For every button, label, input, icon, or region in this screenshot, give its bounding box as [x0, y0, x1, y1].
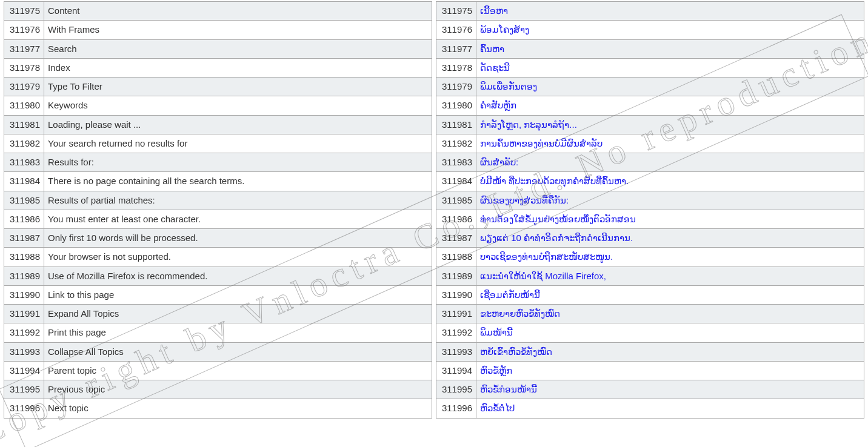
- table-row: 311981ກຳລັງໂຫຼດ, ກະລຸນາລໍຖ້າ...: [436, 115, 864, 134]
- row-id: 311988: [436, 248, 476, 267]
- row-id: 311988: [4, 248, 44, 267]
- translation-link[interactable]: ກຳລັງໂຫຼດ, ກະລຸນາລໍຖ້າ...: [480, 119, 577, 130]
- source-text: Results for:: [44, 153, 432, 172]
- translation-link[interactable]: ຄຳສັບຫຼັກ: [480, 100, 516, 110]
- source-text: Index: [44, 58, 432, 77]
- row-id: 311991: [4, 305, 44, 323]
- translation-link[interactable]: ຫົວຂໍ້ກ່ອນໜ້ານີ້: [480, 384, 537, 394]
- row-id: 311990: [436, 285, 476, 304]
- table-row: 311976ພ້ອມໂຄງສ້າງ: [436, 21, 864, 39]
- source-text: Search: [44, 39, 432, 58]
- table-row: 311986You must enter at least one charac…: [4, 210, 432, 228]
- row-id: 311984: [4, 172, 44, 191]
- table-row: 311990Link to this page: [4, 285, 432, 304]
- table-row: 311983Results for:: [4, 153, 432, 172]
- translation-link[interactable]: ບໍ່ມີໜ້າ ທີ່ປະກອບດ້ວຍທຸກຄຳສັບທີ່ຄົ້ນຫາ.: [480, 176, 629, 186]
- table-row: 311977ຄົ້ນຫາ: [436, 39, 864, 58]
- translation-cell: ດັດຊະນີ: [476, 58, 864, 77]
- table-row: 311996ຫົວຂໍ້ຕໍ່ໄປ: [436, 399, 864, 418]
- row-id: 311991: [436, 305, 476, 323]
- row-id: 311982: [436, 134, 476, 153]
- source-text: You must enter at least one character.: [44, 210, 432, 228]
- source-text: Your browser is not supported.: [44, 248, 432, 267]
- table-row: 311996Next topic: [4, 399, 432, 418]
- row-id: 311981: [436, 115, 476, 134]
- right-table: 311975ເນື້ອຫາ311976ພ້ອມໂຄງສ້າງ311977ຄົ້ນ…: [436, 1, 864, 419]
- table-row: 311986ທ່ານຕ້ອງໃສ່ຂໍ້ມູນຢ່າງໜ້ອຍໜຶ່ງຕົວອັ…: [436, 210, 864, 228]
- translation-link[interactable]: ຜົນຂອງບາງສ່ວນທີ່ຄືກັນ:: [480, 195, 569, 205]
- source-text: Next topic: [44, 399, 432, 418]
- row-id: 311994: [436, 361, 476, 380]
- translation-cell: ກຳລັງໂຫຼດ, ກະລຸນາລໍຖ້າ...: [476, 115, 864, 134]
- source-text: Expand All Topics: [44, 305, 432, 323]
- translation-link[interactable]: ການຄົ້ນຫາຂອງທ່ານບໍ່ມີຜົນສຳລັບ: [480, 138, 603, 148]
- source-text: Print this page: [44, 323, 432, 342]
- translation-link[interactable]: ເຊື່ອມຕໍ່ກັບໜ້ານີ້: [480, 290, 540, 300]
- row-id: 311987: [436, 229, 476, 248]
- translation-link[interactable]: ດັດຊະນີ: [480, 62, 510, 73]
- row-id: 311995: [436, 380, 476, 399]
- translation-cell: ພຽງແຕ່ 10 ຄຳທຳອິດກໍ່ຈະຖືກດຳເນີນການ.: [476, 229, 864, 248]
- translation-link[interactable]: ພິມໜ້ານີ້: [480, 327, 513, 337]
- source-text: Parent topic: [44, 361, 432, 380]
- table-row: 311991ຂະຫຍາຍຫົວຂໍ້ທັງໝົດ: [436, 305, 864, 323]
- table-row: 311978ດັດຊະນີ: [436, 58, 864, 77]
- row-id: 311976: [4, 21, 44, 39]
- table-row: 311984ບໍ່ມີໜ້າ ທີ່ປະກອບດ້ວຍທຸກຄຳສັບທີ່ຄົ…: [436, 172, 864, 191]
- translation-cell: ພິມເພື່ອກັ່ນຕອງ: [476, 78, 864, 96]
- table-row: 311983ຜົນສຳລັບ:: [436, 153, 864, 172]
- row-id: 311983: [4, 153, 44, 172]
- table-row: 311992ພິມໜ້ານີ້: [436, 323, 864, 342]
- translation-link[interactable]: ຂະຫຍາຍຫົວຂໍ້ທັງໝົດ: [480, 308, 560, 319]
- row-id: 311986: [4, 210, 44, 228]
- table-row: 311988Your browser is not supported.: [4, 248, 432, 267]
- source-text: Keywords: [44, 96, 432, 115]
- source-text: Results of partial matches:: [44, 191, 432, 210]
- table-row: 311975ເນື້ອຫາ: [436, 2, 864, 21]
- table-row: 311982ການຄົ້ນຫາຂອງທ່ານບໍ່ມີຜົນສຳລັບ: [436, 134, 864, 153]
- table-row: 311979ພິມເພື່ອກັ່ນຕອງ: [436, 78, 864, 96]
- table-row: 311989ແນະນຳໃຫ້ນຳໃຊ້ Mozilla Firefox,: [436, 267, 864, 285]
- translation-link[interactable]: ພຽງແຕ່ 10 ຄຳທຳອິດກໍ່ຈະຖືກດຳເນີນການ.: [480, 233, 633, 243]
- translation-cell: ຫົວຂໍ້ກ່ອນໜ້ານີ້: [476, 380, 864, 399]
- translation-link[interactable]: ຜົນສຳລັບ:: [480, 157, 518, 167]
- translation-link[interactable]: ເນື້ອຫາ: [480, 5, 508, 16]
- translation-link[interactable]: ບາວເຊີຂອງທ່ານບໍ່ຖືກສະໜັບສະໜູນ.: [480, 251, 613, 262]
- table-row: 311987ພຽງແຕ່ 10 ຄຳທຳອິດກໍ່ຈະຖືກດຳເນີນການ…: [436, 229, 864, 248]
- right-table-container: 311975ເນື້ອຫາ311976ພ້ອມໂຄງສ້າງ311977ຄົ້ນ…: [436, 1, 864, 419]
- translation-cell: ຜົນສຳລັບ:: [476, 153, 864, 172]
- row-id: 311978: [436, 58, 476, 77]
- translation-cell: ພ້ອມໂຄງສ້າງ: [476, 21, 864, 39]
- translation-link[interactable]: ທ່ານຕ້ອງໃສ່ຂໍ້ມູນຢ່າງໜ້ອຍໜຶ່ງຕົວອັກສອນ: [480, 214, 636, 224]
- table-row: 311980Keywords: [4, 96, 432, 115]
- translation-cell: ພິມໜ້ານີ້: [476, 323, 864, 342]
- row-id: 311975: [436, 2, 476, 21]
- source-text: Collapse All Topics: [44, 342, 432, 361]
- translation-cell: ຂະຫຍາຍຫົວຂໍ້ທັງໝົດ: [476, 305, 864, 323]
- translation-link[interactable]: ຫົວຂໍ້ຕໍ່ໄປ: [480, 403, 515, 413]
- source-text: There is no page containing all the sear…: [44, 172, 432, 191]
- table-row: 311975Content: [4, 2, 432, 21]
- row-id: 311977: [4, 39, 44, 58]
- row-id: 311996: [436, 399, 476, 418]
- translation-link[interactable]: ຫົວຂໍ້ຫຼັກ: [480, 365, 512, 376]
- table-row: 311984There is no page containing all th…: [4, 172, 432, 191]
- table-row: 311993Collapse All Topics: [4, 342, 432, 361]
- translation-cell: ທ່ານຕ້ອງໃສ່ຂໍ້ມູນຢ່າງໜ້ອຍໜຶ່ງຕົວອັກສອນ: [476, 210, 864, 228]
- translation-link[interactable]: ພິມເພື່ອກັ່ນຕອງ: [480, 81, 537, 91]
- table-row: 311990ເຊື່ອມຕໍ່ກັບໜ້ານີ້: [436, 285, 864, 304]
- translation-link[interactable]: ພ້ອມໂຄງສ້າງ: [480, 24, 529, 35]
- row-id: 311984: [436, 172, 476, 191]
- row-id: 311982: [4, 134, 44, 153]
- table-row: 311979Type To Filter: [4, 78, 432, 96]
- translation-link[interactable]: ຄົ້ນຫາ: [480, 44, 504, 54]
- row-id: 311985: [436, 191, 476, 210]
- translation-link[interactable]: ຫຍໍ້ເຂົ້າຫົວຂໍ້ທັງໝົດ: [480, 346, 552, 357]
- row-id: 311990: [4, 285, 44, 304]
- source-text: Previous topic: [44, 380, 432, 399]
- table-row: 311982Your search returned no results fo…: [4, 134, 432, 153]
- row-id: 311993: [4, 342, 44, 361]
- translation-link[interactable]: ແນະນຳໃຫ້ນຳໃຊ້ Mozilla Firefox,: [480, 271, 606, 281]
- source-text: Use of Mozilla Firefox is recommended.: [44, 267, 432, 285]
- left-table-container: 311975Content311976With Frames311977Sear…: [4, 1, 432, 419]
